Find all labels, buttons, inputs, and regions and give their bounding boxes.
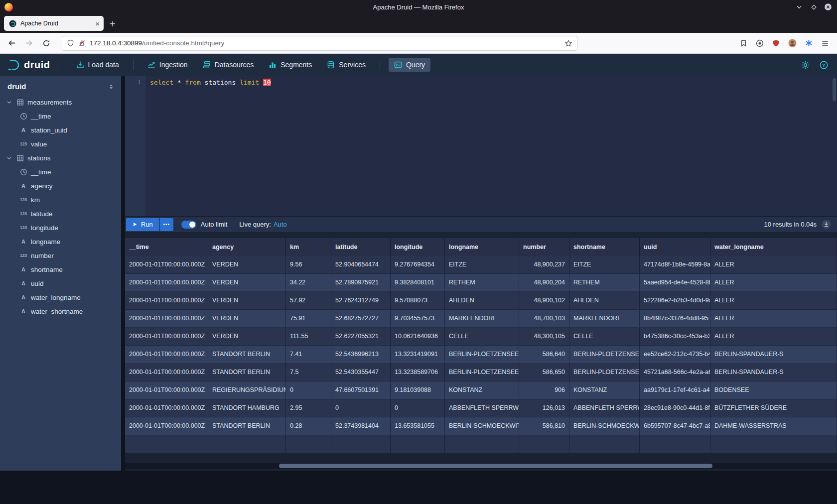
tree-item-water-longname[interactable]: Awater_longname [0, 290, 121, 304]
cell-km[interactable]: 57.92 [286, 292, 331, 310]
cell-longitude[interactable]: 9.7034557573 [391, 310, 445, 328]
auto-limit-toggle[interactable] [181, 221, 196, 229]
cell-longitude[interactable]: 9.57088073 [391, 292, 445, 310]
nav-item-datasources[interactable]: Datasources [197, 58, 260, 72]
cell-time[interactable]: 2000-01-01T00:00:00.000Z [125, 399, 208, 417]
cell-uuid[interactable]: ee52ce62-212c-4735-b4 [640, 346, 710, 364]
cell-water-longname[interactable]: ALLER [710, 292, 837, 310]
help-icon[interactable]: ? [820, 61, 828, 69]
run-more-button[interactable]: ••• [160, 218, 173, 231]
cell-longitude[interactable]: 9.2767694354 [391, 256, 445, 274]
table-row[interactable]: 2000-01-01T00:00:00.000ZVERDEN9.5652.904… [125, 256, 837, 274]
settings-gear-icon[interactable] [801, 61, 810, 69]
extension-asterisk-icon[interactable] [805, 39, 813, 47]
cell-shortname[interactable]: KONSTANZ [569, 381, 640, 399]
table-row[interactable]: 2000-01-01T00:00:00.000ZVERDEN34.2252.78… [125, 274, 837, 292]
container-icon[interactable] [756, 39, 764, 47]
column-header-time[interactable]: __time [125, 238, 208, 256]
cell-number[interactable]: 48,300,105 [519, 328, 569, 346]
cell-number[interactable]: 48,700,103 [519, 310, 569, 328]
tree-item-time[interactable]: __time [0, 165, 121, 179]
cell-latitude[interactable]: 52.6227055321 [331, 328, 391, 346]
nav-item-services[interactable]: Services [321, 58, 371, 72]
cell-uuid[interactable]: b475386c-30cc-453a-b3 [640, 328, 710, 346]
cell-agency[interactable]: STANDORT BERLIN [208, 417, 286, 435]
double-caret-vertical-icon[interactable] [108, 83, 115, 90]
cell-water-longname[interactable]: DAHME-WASSERSTRAS [710, 417, 837, 435]
ublock-origin-icon[interactable] [772, 39, 780, 47]
cell-shortname[interactable]: BERLIN-PLOETZENSEE U [569, 364, 640, 381]
cell-km[interactable]: 2.95 [286, 399, 331, 417]
cell-agency[interactable]: VERDEN [208, 274, 286, 292]
cell-water-longname[interactable]: BERLIN-SPANDAUER-S [710, 346, 837, 364]
cell-latitude[interactable]: 52.5430355447 [331, 364, 391, 381]
cell-agency[interactable]: STANDORT BERLIN [208, 364, 286, 381]
cell-uuid[interactable]: aa9179c1-17ef-4c61-a48 [640, 381, 710, 399]
tree-item-measurements[interactable]: measurements [0, 95, 121, 109]
cell-time[interactable]: 2000-01-01T00:00:00.000Z [125, 364, 208, 381]
cell-number[interactable]: 586,650 [519, 364, 569, 381]
cell-uuid[interactable]: 8b4f9f7c-3376-4dd8-95 [640, 310, 710, 328]
cell-latitude[interactable]: 52.5436996213 [331, 346, 391, 364]
tree-item-longname[interactable]: Alongname [0, 235, 121, 249]
cell-longname[interactable]: BERLIN-PLOETZENSEE C [445, 346, 519, 364]
cell-km[interactable]: 7.41 [286, 346, 331, 364]
editor-scrollbar[interactable] [833, 78, 836, 101]
cell-water-longname[interactable]: BODENSEE [710, 381, 837, 399]
nav-item-segments[interactable]: Segments [263, 58, 317, 72]
cell-longname[interactable]: KONSTANZ [445, 381, 519, 399]
cell-longname[interactable]: CELLE [445, 328, 519, 346]
window-minimize-button[interactable] [795, 3, 803, 11]
reload-button[interactable] [39, 36, 54, 50]
cell-time[interactable]: 2000-01-01T00:00:00.000Z [125, 328, 208, 346]
cell-water-longname[interactable]: ALLER [710, 256, 837, 274]
cell-water-longname[interactable]: ALLER [710, 310, 837, 328]
table-row[interactable]: 2000-01-01T00:00:00.000ZSTANDORT BERLIN7… [125, 346, 837, 364]
table-row[interactable]: 2000-01-01T00:00:00.000ZSTANDORT HAMBURG… [125, 399, 837, 417]
tree-item-value[interactable]: 123value [0, 137, 121, 151]
cell-uuid[interactable]: 45721a68-566c-4e2a-a6 [640, 364, 710, 381]
cell-km[interactable]: 7.5 [286, 364, 331, 381]
run-button[interactable]: Run [126, 218, 159, 231]
table-row[interactable]: 2000-01-01T00:00:00.000ZSTANDORT BERLIN7… [125, 364, 837, 381]
cell-shortname[interactable]: MARKLENDORF [569, 310, 640, 328]
cell-longname[interactable]: EITZE [445, 256, 519, 274]
cell-time[interactable]: 2000-01-01T00:00:00.000Z [125, 274, 208, 292]
cell-shortname[interactable]: RETHEM [569, 274, 640, 292]
cell-number[interactable]: 48,900,204 [519, 274, 569, 292]
scrollbar-thumb[interactable] [279, 464, 712, 468]
cell-agency[interactable]: VERDEN [208, 292, 286, 310]
cell-agency[interactable]: STANDORT BERLIN [208, 346, 286, 364]
cell-water-longname[interactable]: BERLIN-SPANDAUER-S [710, 364, 837, 381]
pocket-icon[interactable] [740, 39, 747, 47]
cell-longitude[interactable]: 9.3828408101 [391, 274, 445, 292]
table-row[interactable]: 2000-01-01T00:00:00.000ZVERDEN57.9252.76… [125, 292, 837, 310]
cell-latitude[interactable]: 0 [331, 399, 391, 417]
column-header-longitude[interactable]: longitude [391, 238, 445, 256]
schema-selector[interactable]: druid [7, 82, 26, 91]
tree-item-shortname[interactable]: Ashortname [0, 262, 121, 276]
cell-km[interactable]: 0.28 [286, 417, 331, 435]
cell-time[interactable]: 2000-01-01T00:00:00.000Z [125, 381, 208, 399]
cell-agency[interactable]: VERDEN [208, 310, 286, 328]
cell-km[interactable]: 9.56 [286, 256, 331, 274]
cell-longitude[interactable]: 13.3231419091 [391, 346, 445, 364]
cell-latitude[interactable]: 52.7624312749 [331, 292, 391, 310]
insecure-lock-icon[interactable] [78, 39, 86, 47]
column-header-longname[interactable]: longname [445, 238, 519, 256]
tree-item-latitude[interactable]: 123latitude [0, 207, 121, 221]
cell-uuid[interactable]: 6b595707-8c47-4bc7-a8 [640, 417, 710, 435]
cell-number[interactable]: 906 [519, 381, 569, 399]
druid-wordmark[interactable]: druid [24, 59, 50, 71]
chevron-down-icon[interactable] [6, 155, 12, 161]
cell-uuid[interactable]: 5aaed954-de4e-4528-8f [640, 274, 710, 292]
bookmark-star-icon[interactable] [564, 39, 572, 47]
menu-icon[interactable] [821, 39, 829, 47]
tree-item-agency[interactable]: Aagency [0, 179, 121, 193]
download-icon[interactable] [822, 220, 831, 229]
cell-water-longname[interactable]: BÜTZFLETHER SÜDERE [710, 399, 837, 417]
cell-time[interactable]: 2000-01-01T00:00:00.000Z [125, 310, 208, 328]
tree-item-water-shortname[interactable]: Awater_shortname [0, 304, 121, 318]
cell-shortname[interactable]: BERLIN-SCHMOECKWIT [569, 417, 640, 435]
cell-latitude[interactable]: 52.6827572727 [331, 310, 391, 328]
